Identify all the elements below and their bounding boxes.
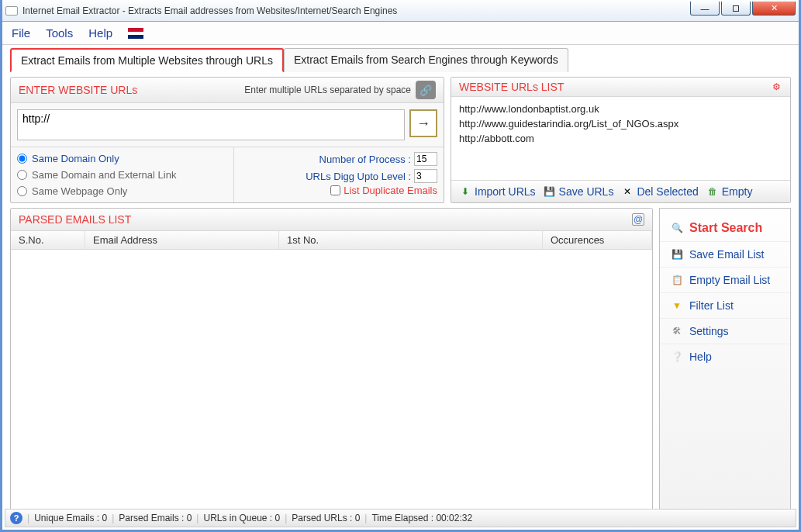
empty-email-list-button[interactable]: 📋Empty Email List: [660, 268, 790, 293]
tab-extract-keywords[interactable]: Extract Emails from Search Engines throu…: [284, 48, 568, 72]
search-icon: 🔍: [671, 222, 683, 234]
col-email[interactable]: Email Address: [85, 231, 279, 249]
add-url-button[interactable]: →: [409, 109, 437, 137]
list-item[interactable]: http://www.londonbaptist.org.uk: [459, 102, 782, 116]
col-1st[interactable]: 1st No.: [279, 231, 543, 249]
urls-list-panel: WEBSITE URLs LIST ⚙ http://www.londonbap…: [451, 77, 791, 203]
parsed-title: PARSED EMAILS LIST: [19, 213, 131, 226]
del-selected-button[interactable]: ✕Del Selected: [621, 185, 698, 198]
list-item[interactable]: http://www.guidestarindia.org/List_of_NG…: [459, 116, 782, 131]
empty-button[interactable]: 🗑Empty: [706, 185, 753, 198]
save-icon: 💾: [544, 185, 556, 198]
menu-help[interactable]: Help: [88, 26, 112, 40]
email-icon[interactable]: @: [632, 213, 644, 226]
list-dup-label: List Duplicate Emails: [344, 185, 437, 196]
urls-list[interactable]: http://www.londonbaptist.org.uk http://w…: [451, 97, 790, 180]
filter-icon[interactable]: ⚙: [770, 81, 782, 93]
radio-same-webpage[interactable]: Same Webpage Only: [17, 183, 227, 199]
link-icon[interactable]: 🔗: [416, 81, 436, 99]
uk-flag-icon[interactable]: [128, 28, 143, 39]
gear-icon: 🛠: [671, 325, 683, 337]
trash-icon: 🗑: [706, 185, 719, 198]
num-process-label: Number of Process :: [319, 154, 412, 165]
filter-list-button[interactable]: ▼Filter List: [660, 293, 790, 319]
menu-file[interactable]: File: [12, 26, 30, 40]
settings-button[interactable]: 🛠Settings: [660, 319, 790, 344]
status-unique: Unique Emails : 0: [34, 513, 107, 523]
status-elapsed: Time Elapsed : 00:02:32: [371, 513, 472, 523]
url-input[interactable]: http://: [17, 109, 405, 140]
enter-urls-panel: ENTER WEBSITE URLs Enter multiple URLs s…: [10, 77, 444, 203]
list-item[interactable]: http://abbott.com: [459, 131, 782, 146]
parsed-table-body[interactable]: [11, 250, 652, 510]
num-process-input[interactable]: [414, 152, 437, 166]
help-button[interactable]: ❔Help: [660, 344, 790, 369]
digg-level-input[interactable]: [414, 169, 437, 183]
funnel-icon: ▼: [671, 299, 683, 312]
statusbar: ? | Unique Emails : 0| Parsed Emails : 0…: [5, 509, 796, 527]
close-button[interactable]: ✕: [752, 2, 796, 16]
tabs: Extract Emails from Multiple Websites th…: [2, 45, 799, 72]
download-icon: ⬇: [459, 185, 471, 198]
save-urls-button[interactable]: 💾Save URLs: [544, 185, 614, 198]
digg-level-label: URLs Digg Upto Level :: [306, 171, 411, 182]
col-sno[interactable]: S.No.: [11, 231, 85, 249]
side-actions: 🔍Start Search 💾Save Email List 📋Empty Em…: [659, 208, 791, 510]
enter-urls-hint: Enter multiple URLs separated by space: [244, 85, 411, 95]
titlebar: Internet Email Extractor - Extracts Emai…: [2, 0, 799, 22]
save-icon: 💾: [671, 248, 683, 261]
app-icon: [5, 6, 18, 16]
delete-icon: ✕: [621, 185, 634, 198]
save-email-list-button[interactable]: 💾Save Email List: [660, 242, 790, 268]
empty-icon: 📋: [671, 274, 683, 286]
parsed-emails-panel: PARSED EMAILS LIST @ S.No. Email Address…: [10, 208, 653, 510]
maximize-button[interactable]: [721, 2, 751, 16]
urls-list-title: WEBSITE URLs LIST: [459, 81, 564, 93]
menu-tools[interactable]: Tools: [46, 26, 73, 40]
minimize-button[interactable]: —: [690, 2, 720, 16]
start-search-button[interactable]: 🔍Start Search: [660, 215, 790, 242]
help-icon: ❔: [671, 351, 683, 363]
list-dup-checkbox[interactable]: [330, 185, 340, 195]
status-parsed-urls: Parsed URLs : 0: [292, 513, 360, 523]
enter-urls-title: ENTER WEBSITE URLs: [19, 84, 137, 96]
col-occ[interactable]: Occurences: [543, 231, 652, 249]
arrow-right-icon: →: [416, 116, 430, 132]
status-parsed: Parsed Emails : 0: [119, 513, 192, 523]
import-urls-button[interactable]: ⬇Import URLs: [459, 185, 536, 198]
radio-same-domain[interactable]: Same Domain Only: [17, 150, 227, 167]
radio-same-external[interactable]: Same Domain and External Link: [17, 167, 227, 183]
parsed-table-header: S.No. Email Address 1st No. Occurences: [11, 231, 652, 250]
window-title: Internet Email Extractor - Extracts Emai…: [22, 5, 796, 16]
tab-extract-urls[interactable]: Extract Emails from Multiple Websites th…: [10, 48, 284, 72]
status-queue: URLs in Queue : 0: [203, 513, 280, 523]
statusbar-help-icon[interactable]: ?: [10, 512, 22, 524]
menubar: File Tools Help: [2, 22, 799, 45]
